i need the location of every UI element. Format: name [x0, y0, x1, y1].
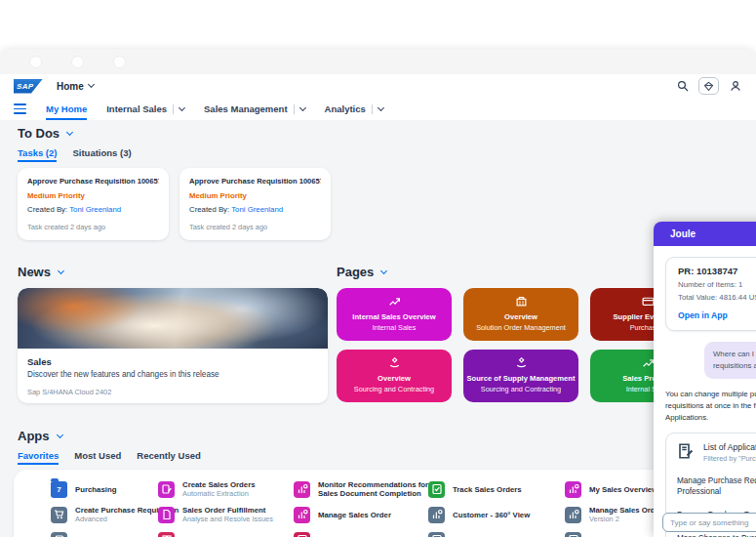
- list-edit-icon: [677, 442, 695, 460]
- app-item-sales-order-fulfillment[interactable]: Sales Order Fulfillment Analyse and Reso…: [158, 502, 273, 527]
- apps-heading[interactable]: Apps: [18, 429, 738, 443]
- nav-tab-internal-sales[interactable]: Internal Sales: [106, 98, 184, 120]
- created-by-link[interactable]: Toni Greenland: [231, 205, 283, 214]
- browser-window: SAP Home My Home: [0, 49, 756, 537]
- news-card[interactable]: Sales Discover the new features and chan…: [18, 288, 328, 403]
- window-titlebar: [0, 49, 756, 74]
- tile-overview-sourcing[interactable]: Overview Sourcing and Contracting: [337, 350, 452, 402]
- tab-most-used[interactable]: Most Used: [74, 450, 121, 465]
- tile-source-of-supply[interactable]: Source of Supply Management Sourcing and…: [463, 350, 578, 402]
- app-item-procurement-overview[interactable]: Procurement Overview: [294, 527, 437, 537]
- joule-app-link-manage-pr[interactable]: Manage Purchase Requisitio Professional: [677, 475, 756, 497]
- tab-situations[interactable]: Situations (3): [72, 147, 131, 162]
- app-item-monitor-settlement[interactable]: Monitor Settlement: [158, 527, 273, 537]
- home-content: To Dos Tasks (2) Situations (3) Approve …: [0, 120, 756, 537]
- nav-tab-sales-management[interactable]: Sales Management: [204, 98, 305, 120]
- sourcing-hand-icon: [388, 356, 401, 369]
- created-by-link[interactable]: Toni Greenland: [69, 205, 121, 214]
- chevron-down-icon: [66, 128, 73, 135]
- app-item-manage-sales-order[interactable]: Manage Sales Order: [294, 502, 437, 527]
- search-icon[interactable]: [675, 79, 690, 94]
- sap-logo: SAP: [14, 79, 43, 94]
- tab-tasks[interactable]: Tasks (2): [18, 147, 57, 162]
- chevron-down-icon: [88, 81, 95, 88]
- nav-tab-my-home[interactable]: My Home: [46, 98, 87, 120]
- hamburger-menu-icon[interactable]: [14, 103, 26, 113]
- shell-header: SAP Home: [0, 74, 756, 98]
- form-pencil-icon: [158, 481, 175, 498]
- billing-doc-icon: $: [565, 532, 581, 537]
- chart-badge-icon: [294, 507, 310, 523]
- task-card[interactable]: Approve Purchase Requisition 10065797 00…: [179, 168, 331, 240]
- window-control-maximize[interactable]: [113, 56, 126, 68]
- chart-badge-icon: [565, 481, 581, 498]
- app-item-create-sales-orders[interactable]: Create Sales Orders Automatic Extraction: [158, 476, 273, 502]
- chart-badge-icon: [294, 481, 310, 498]
- joule-app-link-mass-changes[interactable]: Mass Changes to Purchase: [677, 533, 756, 537]
- doc-chart-icon: [294, 532, 310, 537]
- apps-panel: 7 Purchasing Create Purchase Requisition…: [14, 470, 741, 537]
- home-menu[interactable]: Home: [57, 81, 94, 92]
- chevron-down-icon: [380, 267, 387, 273]
- tile-internal-sales-overview[interactable]: Internal Sales Overview Internal Sales: [337, 288, 452, 341]
- chevron-down-icon[interactable]: [378, 103, 384, 110]
- form-check-icon: [428, 481, 445, 498]
- tile-overview-solution-order[interactable]: Overview Solution Order Management: [463, 288, 578, 341]
- home-menu-label: Home: [57, 81, 84, 92]
- user-avatar-icon[interactable]: [728, 79, 742, 94]
- chevron-down-icon: [58, 267, 64, 273]
- todos-heading[interactable]: To Dos: [18, 126, 738, 141]
- joule-assistant-message: You can change multiple purcha requisiti…: [665, 389, 756, 424]
- doc-chart-icon: [428, 532, 445, 537]
- window-control-minimize[interactable]: [71, 56, 84, 68]
- news-heading[interactable]: News: [18, 265, 328, 279]
- task-card[interactable]: Approve Purchase Requisition 10065798 00…: [18, 168, 169, 240]
- open-in-app-link[interactable]: Open in App: [678, 310, 728, 320]
- joule-pr-card[interactable]: PR: 10138747 Number of Items: 1 Total Va…: [665, 257, 756, 331]
- sourcing-hand-icon: [515, 356, 528, 369]
- cart-icon: [51, 507, 67, 523]
- nav-tab-analytics[interactable]: Analytics: [325, 98, 383, 120]
- todos-tabs: Tasks (2) Situations (3): [18, 147, 738, 162]
- document-icon: [158, 507, 175, 523]
- joule-diamond-button[interactable]: [698, 77, 719, 95]
- folder-icon: 7: [51, 481, 67, 498]
- app-item-customer-360-view[interactable]: Customer - 360° View: [428, 502, 557, 527]
- screen: SAP Home My Home: [0, 0, 756, 537]
- joule-input[interactable]: [662, 513, 756, 532]
- task-card-list: Approve Purchase Requisition 10065798 00…: [18, 168, 738, 240]
- app-item-monitor-recommendations[interactable]: Monitor Recommendations for Sales Docume…: [294, 476, 437, 502]
- app-item-track-sales-orders[interactable]: Track Sales Orders: [428, 476, 557, 502]
- credit-card-icon: [642, 295, 655, 308]
- org-building-icon: [515, 295, 528, 308]
- apps-tabs: Favorites Most Used Recently Used: [18, 450, 738, 465]
- joule-title: Joule: [670, 228, 696, 239]
- app-item-sales-management-overview[interactable]: Sales Management Overview: [428, 527, 557, 537]
- sales-chart-icon: [388, 295, 401, 308]
- grid-chart-icon: [158, 532, 175, 537]
- window-control-close[interactable]: [29, 56, 42, 68]
- joule-user-message: Where can I cha requisitions at o: [704, 342, 756, 379]
- ledger-icon: [51, 532, 67, 537]
- chevron-down-icon[interactable]: [299, 103, 306, 110]
- chart-badge-icon: [428, 507, 445, 523]
- tab-favorites[interactable]: Favorites: [18, 450, 59, 465]
- joule-panel-header[interactable]: Joule: [654, 222, 756, 246]
- sales-chart-icon: [642, 356, 655, 369]
- joule-panel: Joule PR: 10138747 Number of Items: 1 To…: [654, 222, 756, 537]
- chevron-down-icon[interactable]: [179, 103, 185, 110]
- tab-recently-used[interactable]: Recently Used: [137, 450, 200, 465]
- chevron-down-icon: [56, 431, 62, 437]
- priority-badge: Medium Priority: [189, 191, 321, 200]
- chart-badge-icon: [565, 507, 581, 523]
- news-image: [18, 288, 328, 349]
- page-navbar: My Home Internal Sales Sales Management …: [0, 98, 756, 120]
- priority-badge: Medium Priority: [27, 191, 159, 200]
